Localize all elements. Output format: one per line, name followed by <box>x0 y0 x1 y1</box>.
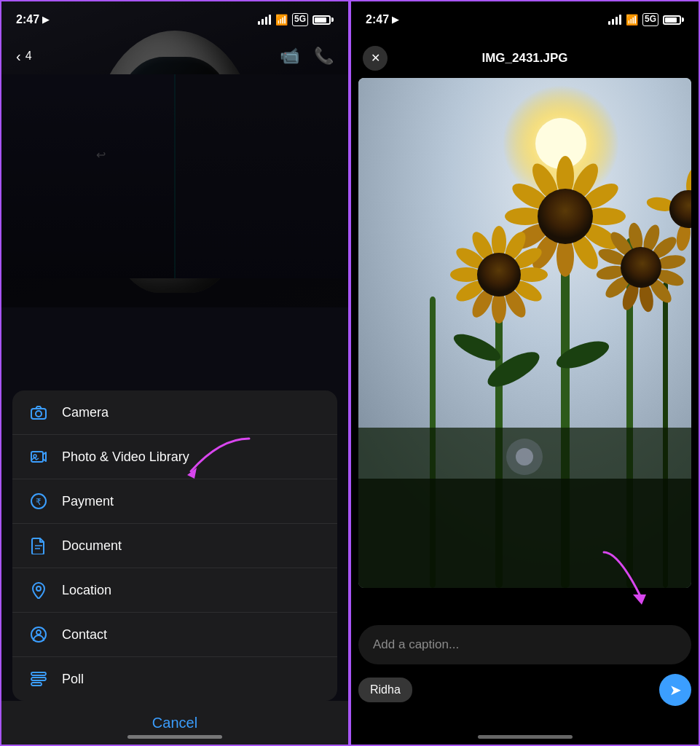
video-call-icon[interactable]: 📹 <box>280 47 299 66</box>
left-status-icons: 📶 5G <box>258 13 334 26</box>
svg-rect-12 <box>31 678 46 680</box>
location-icon <box>28 580 49 600</box>
payment-icon: ₹ <box>28 491 49 511</box>
document-label: Document <box>62 538 122 554</box>
action-payment[interactable]: ₹ Payment <box>12 479 337 524</box>
left-panel: 2:47 ▶ 📶 5G ‹ 4 📹 <box>0 0 350 746</box>
svg-point-38 <box>538 189 593 244</box>
left-status-bar: 2:47 ▶ 📶 5G <box>1 1 348 38</box>
svg-point-76 <box>516 448 533 466</box>
photo-video-label: Photo & Video Library <box>62 449 189 465</box>
send-button[interactable]: ➤ <box>659 674 691 706</box>
svg-point-10 <box>36 630 41 635</box>
image-title: IMG_2431.JPG <box>481 51 567 66</box>
send-icon: ➤ <box>669 681 682 699</box>
wifi-icon: 📶 <box>275 14 288 25</box>
right-panel: 2:47 ▶ 📶 5G ✕ IMG_2431.JPG <box>350 0 700 746</box>
svg-rect-13 <box>31 683 42 686</box>
poll-label: Poll <box>62 672 84 687</box>
action-photo-video[interactable]: Photo & Video Library <box>12 435 337 479</box>
close-button[interactable]: ✕ <box>363 46 388 71</box>
right-time: 2:47 ▶ <box>366 13 398 26</box>
recipient-chip: Ridha <box>358 678 412 702</box>
left-nav: ‹ 4 📹 📞 <box>1 38 348 74</box>
action-document[interactable]: Document <box>12 524 337 568</box>
right-status-bar: 2:47 ▶ 📶 5G <box>351 1 699 38</box>
location-label: Location <box>62 583 111 598</box>
sunflower-svg <box>358 78 691 588</box>
svg-rect-11 <box>31 672 46 675</box>
back-icon: ‹ <box>16 48 21 65</box>
document-icon <box>28 535 49 556</box>
svg-text:₹: ₹ <box>36 497 42 507</box>
contact-label: Contact <box>62 627 107 643</box>
nav-actions: 📹 📞 <box>280 47 334 66</box>
right-home-indicator <box>478 735 573 739</box>
location-arrow-icon: ▶ <box>42 15 49 25</box>
payment-label: Payment <box>62 494 114 509</box>
svg-marker-77 <box>633 594 646 605</box>
voice-call-icon[interactable]: 📞 <box>314 47 334 66</box>
cancel-button[interactable]: Cancel <box>152 715 197 731</box>
action-contact[interactable]: Contact <box>12 613 337 657</box>
action-poll[interactable]: Poll <box>12 657 337 701</box>
action-sheet: Camera Photo & Video Library ₹ Paymen <box>12 390 337 701</box>
left-home-indicator <box>127 735 222 739</box>
poll-icon <box>28 669 49 689</box>
right-signal-icon <box>608 15 621 25</box>
close-icon: ✕ <box>371 51 380 65</box>
back-count: 4 <box>25 50 32 63</box>
battery-icon <box>312 15 334 25</box>
camera-icon <box>28 402 49 423</box>
svg-rect-2 <box>31 452 43 462</box>
action-camera[interactable]: Camera <box>12 390 337 435</box>
right-header: ✕ IMG_2431.JPG <box>351 38 699 78</box>
back-button[interactable]: ‹ 4 <box>16 48 32 65</box>
caption-input[interactable]: Add a caption... <box>373 637 459 652</box>
svg-point-1 <box>36 411 42 417</box>
sunflower-image <box>358 78 691 588</box>
left-time: 2:47 ▶ <box>16 13 49 26</box>
five-g-badge: 5G <box>292 13 308 26</box>
camera-label: Camera <box>62 405 109 420</box>
right-wifi-icon: 📶 <box>626 14 638 25</box>
svg-point-8 <box>36 586 41 591</box>
bottom-toolbar: Ridha ➤ <box>358 672 691 708</box>
signal-icon <box>258 15 271 25</box>
svg-rect-74 <box>358 479 691 588</box>
svg-point-51 <box>477 253 521 297</box>
sunflower-bg <box>358 78 691 588</box>
right-five-g-badge: 5G <box>642 13 658 26</box>
caption-area[interactable]: Add a caption... <box>358 625 691 664</box>
right-battery-icon <box>663 15 684 25</box>
photo-video-icon <box>28 447 49 467</box>
right-status-icons: 📶 5G <box>608 13 684 26</box>
right-location-arrow: ▶ <box>392 15 398 25</box>
action-location[interactable]: Location <box>12 568 337 613</box>
contact-icon <box>28 624 49 645</box>
